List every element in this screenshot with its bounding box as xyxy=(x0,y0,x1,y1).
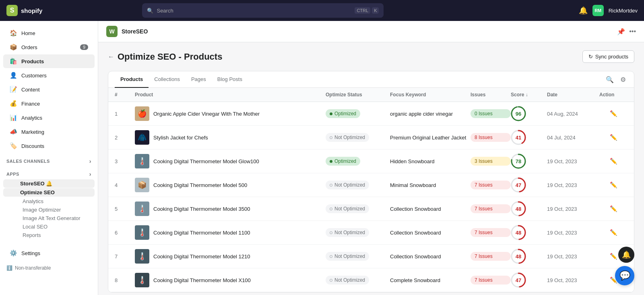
storeseo-bell-icon[interactable]: 🔔 xyxy=(46,181,52,187)
orders-badge: 9 xyxy=(80,44,88,50)
product-name: Cooking Digital Thermometer Model X100 xyxy=(153,277,251,283)
product-cell: 🌡️ Cooking Digital Thermometer Model Glo… xyxy=(135,154,326,168)
tab-collections[interactable]: Collections xyxy=(149,71,186,88)
pin-icon[interactable]: 📌 xyxy=(617,28,625,35)
col-keyword: Focus Keyword xyxy=(390,92,471,98)
filter-table-button[interactable]: ⚙ xyxy=(619,74,627,85)
sidebar-label-home: Home xyxy=(21,30,35,36)
sidebar-item-analytics[interactable]: 📊 Analytics xyxy=(3,111,95,125)
status-cell: Not Optimized xyxy=(326,276,390,285)
sidebar-child-reports[interactable]: Reports xyxy=(0,231,98,239)
sidebar-item-orders[interactable]: 📦 Orders 9 xyxy=(3,40,95,54)
status-cell: Optimized xyxy=(326,109,390,118)
product-name: Cooking Digital Thermometer Model 1210 xyxy=(153,253,250,260)
issues-badge: 7 Issues xyxy=(471,252,511,261)
apps-expand-icon[interactable]: › xyxy=(89,171,91,177)
orders-icon: 📦 xyxy=(10,44,17,51)
edit-icon[interactable]: ✏️ xyxy=(610,229,617,236)
col-product: Product xyxy=(135,92,326,98)
more-options-icon[interactable]: ••• xyxy=(629,28,636,35)
col-score[interactable]: Score ↓ xyxy=(511,92,547,98)
score-value: 48 xyxy=(516,230,521,236)
issues-badge: 3 Issues xyxy=(471,157,511,166)
edit-icon[interactable]: ✏️ xyxy=(610,253,617,260)
sidebar-item-products[interactable]: 🛍️ Products xyxy=(3,54,95,68)
sidebar-item-settings[interactable]: ⚙️ Settings xyxy=(3,246,95,260)
sidebar-item-home[interactable]: 🏠 Home xyxy=(3,26,95,40)
keyword-cell: Collection Snowboard xyxy=(390,206,471,212)
tabs-row: Products Collections Pages Blog Posts 🔍 … xyxy=(108,71,634,88)
sales-channels-expand-icon[interactable]: › xyxy=(89,158,91,164)
sidebar-item-finance[interactable]: 💰 Finance xyxy=(3,97,95,110)
issues-badge: 7 Issues xyxy=(471,228,511,237)
sidebar-child-alt-text[interactable]: Image Alt Text Generator xyxy=(0,214,98,222)
sidebar-sub-optimize-seo[interactable]: Optimize SEO xyxy=(3,188,95,197)
shopify-logo[interactable]: S shopify xyxy=(6,5,42,16)
shopify-brand-name: shopify xyxy=(21,7,42,14)
search-bar[interactable]: 🔍 Search CTRL K xyxy=(142,3,384,18)
score-circle: 96 xyxy=(511,106,526,121)
date-cell: 19 Oct, 2023 xyxy=(547,277,599,283)
search-table-button[interactable]: 🔍 xyxy=(604,74,615,85)
score-circle: 48 xyxy=(511,225,526,240)
product-cell: 📦 Cooking Digital Thermometer Model 500 xyxy=(135,178,326,192)
notification-floating-button[interactable]: 🔔 xyxy=(618,247,634,263)
sidebar-item-customers[interactable]: 👤 Customers xyxy=(3,69,95,82)
page-content: ← Optimize SEO - Products ↻ Sync product… xyxy=(98,42,644,295)
table-row: 8 🌡️ Cooking Digital Thermometer Model X… xyxy=(108,268,634,292)
keyword-cell: Premium Original Leather Jacket xyxy=(390,135,471,141)
tab-pages[interactable]: Pages xyxy=(186,71,212,88)
action-cell: ✏️ xyxy=(599,158,627,165)
tab-blog-posts[interactable]: Blog Posts xyxy=(212,71,248,88)
status-badge-not-optimized: Not Optimized xyxy=(326,181,369,189)
edit-icon[interactable]: ✏️ xyxy=(610,181,617,189)
edit-icon[interactable]: ✏️ xyxy=(610,158,617,165)
status-dot xyxy=(330,136,332,139)
issues-badge: 7 Issues xyxy=(471,181,511,189)
content-icon: 📝 xyxy=(10,86,17,93)
chat-floating-button[interactable]: 💬 xyxy=(615,266,634,285)
action-cell: ✏️ xyxy=(599,229,627,236)
avatar[interactable]: RM xyxy=(592,5,604,16)
product-name: Cooking Digital Thermometer Model 3500 xyxy=(153,206,250,212)
sidebar-child-image-optimizer[interactable]: Image Optimizer xyxy=(0,206,98,214)
sidebar-item-content[interactable]: 📝 Content xyxy=(3,83,95,96)
date-cell: 19 Oct, 2023 xyxy=(547,230,599,236)
product-thumb: 🌡️ xyxy=(135,249,149,264)
score-cell: 48 xyxy=(511,225,547,240)
sales-channels-section: Sales channels › xyxy=(0,153,98,166)
sync-products-button[interactable]: ↻ Sync products xyxy=(582,50,634,63)
product-cell: 🍎 Organic Apple Cider Vinegar With The M… xyxy=(135,106,326,121)
settings-icon: ⚙️ xyxy=(10,249,17,257)
col-action: Action xyxy=(599,92,627,98)
nav-right: 🔔 RM RickMortdev xyxy=(579,5,638,16)
products-icon: 🛍️ xyxy=(10,58,17,65)
sidebar-child-local-seo[interactable]: Local SEO xyxy=(0,222,98,231)
back-button[interactable]: ← xyxy=(108,53,114,60)
tab-products[interactable]: Products xyxy=(115,71,149,88)
row-num: 2 xyxy=(115,135,135,141)
search-shortcut: CTRL K xyxy=(355,7,379,14)
edit-icon[interactable]: ✏️ xyxy=(610,110,617,117)
edit-icon[interactable]: ✏️ xyxy=(610,205,617,212)
score-circle: 78 xyxy=(511,154,526,169)
sidebar-item-marketing[interactable]: 📣 Marketing xyxy=(3,125,95,139)
sidebar-item-discounts[interactable]: 🏷️ Discounts xyxy=(3,139,95,153)
status-badge-not-optimized: Not Optimized xyxy=(326,204,369,213)
date-cell: 19 Oct, 2023 xyxy=(547,158,599,164)
status-badge-not-optimized: Not Optimized xyxy=(326,252,369,261)
keyword-cell: Collection Snowboard xyxy=(390,230,471,236)
sidebar-child-analytics[interactable]: Analytics xyxy=(0,197,98,206)
keyword-cell: organic apple cider vinegar xyxy=(390,111,471,117)
col-date: Date xyxy=(547,92,599,98)
score-cell: 78 xyxy=(511,154,547,169)
score-cell: 48 xyxy=(511,201,547,216)
edit-icon[interactable]: ✏️ xyxy=(610,134,617,141)
sidebar-sub-storeseo[interactable]: StoreSEO 🔔 xyxy=(3,179,95,188)
notification-bell-icon[interactable]: 🔔 xyxy=(579,6,588,15)
sidebar-label-products: Products xyxy=(21,58,44,64)
status-cell: Not Optimized xyxy=(326,181,390,189)
page-title-row: ← Optimize SEO - Products ↻ Sync product… xyxy=(108,50,634,63)
child-reports-label: Reports xyxy=(23,232,41,238)
table-header: # Product Optimize Status Focus Keyword … xyxy=(108,88,634,102)
